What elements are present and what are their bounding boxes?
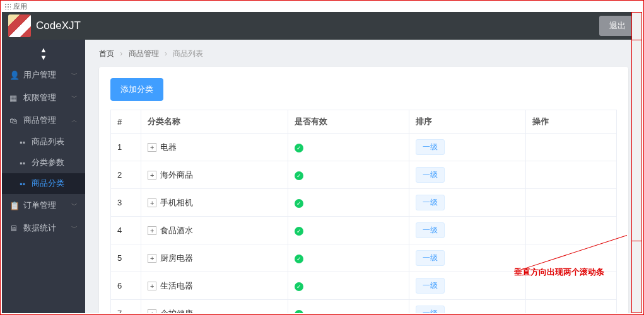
sidebar-item-permissions[interactable]: ▦ 权限管理 ﹀: [2, 86, 85, 109]
cell-valid: ✓: [288, 134, 409, 161]
expand-icon[interactable]: +: [148, 254, 156, 263]
cell-index: 5: [111, 244, 141, 272]
level-button[interactable]: 一级: [416, 222, 445, 238]
sidebar-item-label: 订单管理: [23, 200, 56, 211]
cell-valid: ✓: [288, 161, 409, 189]
bullet-icon: ▪▪: [20, 138, 27, 147]
cell-index: 1: [111, 134, 141, 161]
cell-index: 6: [111, 272, 141, 300]
table-row: 4+食品酒水✓一级: [111, 217, 617, 244]
level-button[interactable]: 一级: [416, 278, 445, 294]
cell-index: 4: [111, 217, 141, 244]
avatar: [8, 14, 31, 37]
cell-name: +手机相机: [141, 189, 288, 217]
th-index: #: [111, 110, 141, 134]
level-button[interactable]: 一级: [416, 306, 445, 313]
chevron-down-icon: ﹀: [71, 224, 78, 232]
sidebar-sub-category-params[interactable]: ▪▪ 分类参数: [2, 152, 85, 173]
check-icon: ✓: [295, 227, 303, 236]
check-icon: ✓: [295, 144, 303, 152]
user-icon: 👤: [9, 71, 18, 80]
cell-valid: ✓: [288, 189, 409, 217]
check-icon: ✓: [295, 310, 303, 314]
expand-icon[interactable]: +: [148, 171, 156, 180]
sidebar-sub-label: 商品列表: [32, 137, 64, 147]
chevron-up-icon: ︿: [71, 116, 78, 125]
sidebar-item-orders[interactable]: 📋 订单管理 ﹀: [2, 194, 85, 217]
cell-index: 3: [111, 189, 141, 217]
app-header: CodeXJT 退出: [2, 12, 642, 40]
chevron-down-icon: ﹀: [71, 71, 78, 79]
expand-icon[interactable]: +: [148, 226, 156, 235]
grid-icon: ▦: [9, 93, 18, 103]
level-button[interactable]: 一级: [416, 250, 445, 266]
inner-scrollbar-highlight: [631, 40, 642, 241]
cell-action: [525, 217, 616, 244]
chevron-down-icon: ﹀: [71, 93, 78, 102]
sidebar-item-users[interactable]: 👤 用户管理 ﹀: [2, 64, 85, 86]
sidebar: ▲▼ 👤 用户管理 ﹀ ▦ 权限管理 ﹀ 🛍 商品管理 ︿ ▪▪: [2, 40, 85, 313]
cell-sort: 一级: [409, 161, 525, 189]
cell-sort: 一级: [409, 217, 525, 244]
cell-name: +厨房电器: [141, 244, 288, 272]
expand-icon[interactable]: +: [148, 282, 156, 290]
sidebar-item-label: 用户管理: [23, 69, 56, 81]
cell-sort: 一级: [409, 134, 525, 161]
bullet-icon: ▪▪: [20, 180, 27, 188]
cell-name: +电器: [141, 134, 288, 161]
expand-icon[interactable]: +: [148, 309, 156, 314]
bookmark-label[interactable]: 应用: [13, 2, 27, 11]
apps-icon: [4, 3, 11, 9]
check-icon: ✓: [295, 255, 303, 263]
table-row: 1+电器✓一级: [111, 134, 617, 161]
breadcrumb-product-mgmt: 商品管理: [129, 49, 159, 58]
logout-button[interactable]: 退出: [599, 16, 636, 36]
breadcrumb-home[interactable]: 首页: [99, 49, 114, 58]
table-row: 3+手机相机✓一级: [111, 189, 617, 217]
cell-sort: 一级: [409, 272, 525, 300]
sidebar-item-label: 数据统计: [23, 222, 56, 234]
sidebar-sub-product-category[interactable]: ▪▪ 商品分类: [2, 173, 85, 194]
level-button[interactable]: 一级: [416, 139, 445, 155]
sidebar-item-stats[interactable]: 🖥 数据统计 ﹀: [2, 217, 85, 239]
browser-bookmark-bar: 应用: [1, 1, 643, 12]
chevron-down-icon: ﹀: [71, 201, 78, 210]
monitor-icon: 🖥: [9, 224, 18, 233]
level-button[interactable]: 一级: [416, 167, 445, 183]
th-valid: 是否有效: [288, 110, 409, 134]
cell-valid: ✓: [288, 300, 409, 314]
table-row: 7+个护健康✓一级: [111, 300, 617, 314]
clipboard-icon: 📋: [9, 201, 18, 210]
check-icon: ✓: [295, 282, 303, 291]
sidebar-item-label: 商品管理: [23, 115, 56, 126]
expand-icon[interactable]: +: [148, 143, 156, 152]
sidebar-sub-label: 分类参数: [32, 158, 64, 168]
cell-name: +个护健康: [141, 300, 288, 314]
cell-action: [525, 189, 616, 217]
sidebar-sub-label: 商品分类: [32, 178, 64, 189]
cell-sort: 一级: [409, 300, 525, 314]
table-row: 2+海外商品✓一级: [111, 161, 617, 189]
brand-title: CodeXJT: [36, 20, 81, 32]
cell-name: +生活电器: [141, 272, 288, 300]
sidebar-item-products[interactable]: 🛍 商品管理 ︿: [2, 109, 85, 132]
bullet-icon: ▪▪: [20, 159, 27, 168]
annotation-text: 垂直方向出现两个滚动条: [514, 266, 604, 278]
check-icon: ✓: [295, 199, 303, 208]
cell-name: +食品酒水: [141, 217, 288, 244]
cell-valid: ✓: [288, 244, 409, 272]
cell-valid: ✓: [288, 272, 409, 300]
sidebar-item-label: 权限管理: [23, 92, 56, 103]
expand-icon[interactable]: +: [148, 198, 156, 207]
th-name: 分类名称: [141, 110, 288, 134]
collapse-toggle[interactable]: ▲▼: [2, 43, 85, 64]
main-content: 首页 › 商品管理 › 商品列表 添加分类 # 分类名称 是否有效: [85, 40, 642, 313]
add-category-button[interactable]: 添加分类: [110, 78, 163, 101]
cell-action: [525, 161, 616, 189]
cell-index: 2: [111, 161, 141, 189]
cell-action: [525, 300, 616, 314]
level-button[interactable]: 一级: [416, 195, 445, 210]
cell-sort: 一级: [409, 244, 525, 272]
sidebar-sub-product-list[interactable]: ▪▪ 商品列表: [2, 132, 85, 152]
cell-action: [525, 134, 616, 161]
